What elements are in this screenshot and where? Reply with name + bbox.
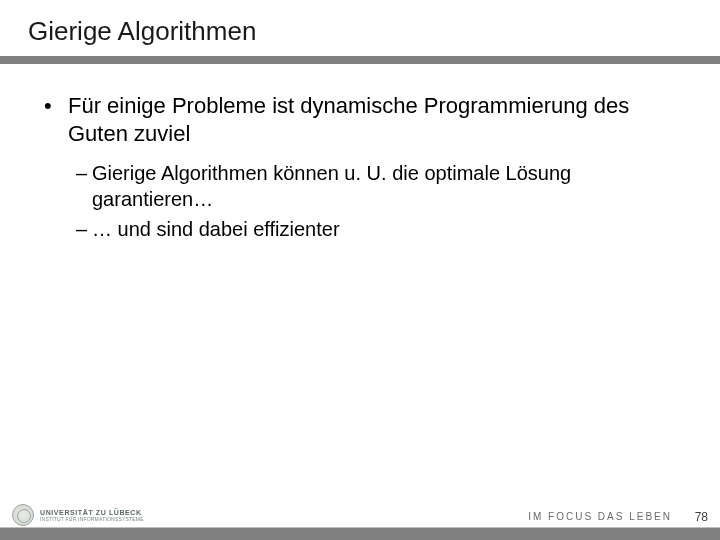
university-text: UNIVERSITÄT ZU LÜBECK INSTITUT FÜR INFOR… (40, 509, 144, 522)
bullet-marker: • (44, 92, 56, 120)
footer-bar (0, 528, 720, 540)
university-seal-icon (12, 504, 34, 526)
university-logo-block: UNIVERSITÄT ZU LÜBECK INSTITUT FÜR INFOR… (12, 504, 144, 526)
institute-name: INSTITUT FÜR INFORMATIONSSYSTEME (40, 517, 144, 522)
sub-bullet-marker: – (76, 216, 92, 242)
sub-bullet-list: – Gierige Algorithmen können u. U. die o… (76, 160, 684, 242)
sub-bullet-marker: – (76, 160, 92, 186)
sub-bullet-text: Gierige Algorithmen können u. U. die opt… (92, 160, 684, 212)
sub-bullet-text: … und sind dabei effizienter (92, 216, 340, 242)
university-name: UNIVERSITÄT ZU LÜBECK (40, 509, 144, 516)
page-number: 78 (695, 510, 708, 524)
content-area: • Für einige Probleme ist dynamische Pro… (44, 92, 684, 246)
footer-tagline: IM FOCUS DAS LEBEN (528, 511, 672, 522)
bullet-item: • Für einige Probleme ist dynamische Pro… (44, 92, 684, 148)
bullet-text: Für einige Probleme ist dynamische Progr… (68, 92, 684, 148)
slide: Gierige Algorithmen • Für einige Problem… (0, 0, 720, 540)
sub-bullet-item: – … und sind dabei effizienter (76, 216, 684, 242)
slide-footer: UNIVERSITÄT ZU LÜBECK INSTITUT FÜR INFOR… (0, 506, 720, 540)
title-divider (0, 56, 720, 64)
slide-title: Gierige Algorithmen (28, 16, 256, 47)
sub-bullet-item: – Gierige Algorithmen können u. U. die o… (76, 160, 684, 212)
